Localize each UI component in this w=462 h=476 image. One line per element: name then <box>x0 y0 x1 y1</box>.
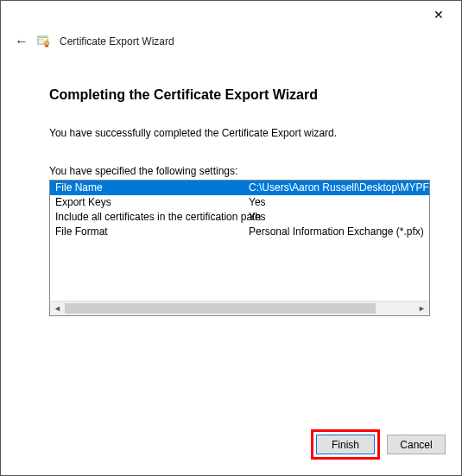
header: ← Certificate Export Wizard <box>1 29 461 53</box>
scroll-left-icon[interactable]: ◄ <box>50 301 65 316</box>
page-heading: Completing the Certificate Export Wizard <box>49 87 430 103</box>
setting-value: Yes <box>249 195 429 210</box>
horizontal-scrollbar[interactable]: ◄ ► <box>50 301 429 315</box>
finish-button[interactable]: Finish <box>316 435 375 454</box>
button-bar: Finish Cancel <box>311 429 446 460</box>
content-area: Completing the Certificate Export Wizard… <box>1 53 461 316</box>
setting-label: Include all certificates in the certific… <box>50 210 249 225</box>
titlebar: ✕ <box>1 1 461 29</box>
setting-value: C:\Users\Aaron Russell\Desktop\MYPF <box>249 181 429 195</box>
setting-label: File Format <box>50 225 249 239</box>
close-icon[interactable]: ✕ <box>427 4 451 25</box>
setting-value: Personal Information Exchange (*.pfx) <box>249 225 429 239</box>
back-arrow-icon[interactable]: ← <box>15 34 28 49</box>
table-row[interactable]: Include all certificates in the certific… <box>50 210 429 225</box>
svg-rect-2 <box>39 39 44 40</box>
setting-value: Yes <box>249 210 429 225</box>
svg-rect-3 <box>39 41 44 41</box>
settings-listbox[interactable]: File Name C:\Users\Aaron Russell\Desktop… <box>49 180 430 316</box>
table-row[interactable]: File Name C:\Users\Aaron Russell\Desktop… <box>50 181 429 195</box>
scroll-right-icon[interactable]: ► <box>415 301 429 316</box>
certificate-icon <box>37 35 51 48</box>
svg-rect-1 <box>39 37 47 38</box>
scroll-track[interactable] <box>65 301 415 315</box>
cancel-button[interactable]: Cancel <box>387 435 446 454</box>
setting-label: File Name <box>50 181 249 195</box>
success-text: You have successfully completed the Cert… <box>49 127 430 139</box>
settings-table: File Name C:\Users\Aaron Russell\Desktop… <box>50 181 429 301</box>
wizard-title: Certificate Export Wizard <box>60 35 174 48</box>
settings-label: You have specified the following setting… <box>49 165 430 177</box>
table-row[interactable]: File Format Personal Information Exchang… <box>50 225 429 239</box>
highlight-annotation: Finish <box>311 429 380 460</box>
table-row[interactable]: Export Keys Yes <box>50 195 429 210</box>
setting-label: Export Keys <box>50 195 249 210</box>
scroll-thumb[interactable] <box>65 303 376 314</box>
